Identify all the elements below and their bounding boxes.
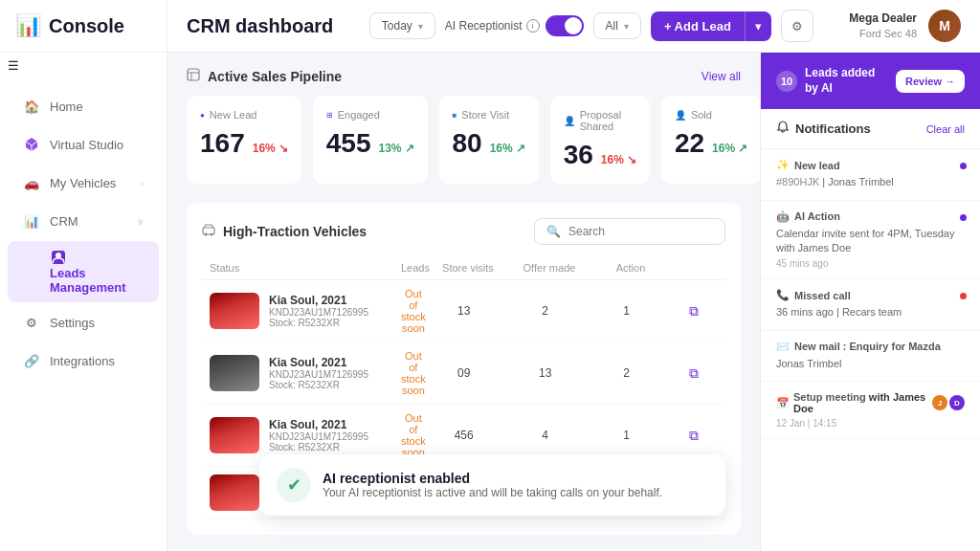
sidebar-item-label: Virtual Studio [50, 138, 123, 152]
svg-point-2 [56, 253, 61, 258]
engaged-dot-icon: ⊞ [326, 111, 333, 120]
vehicle-info: Kia Soul, 2021 KNDJ23AU1M7126995 Stock: … [210, 355, 401, 391]
svg-rect-3 [188, 69, 199, 80]
table-row: Kia Soul, 2021 KNDJ23AU1M7126995 Stock: … [202, 280, 725, 342]
action-cell[interactable]: ⧉ [665, 428, 723, 444]
action-cell[interactable]: ⧉ [665, 303, 723, 320]
vehicle-stock: Stock: R5232XR [269, 442, 368, 452]
avatar-initials: M [939, 18, 950, 33]
store-visits-count: 13 [502, 366, 589, 380]
external-link-icon[interactable]: ⧉ [689, 365, 699, 381]
calendar-icon: 📅 [776, 397, 790, 409]
chevron-down-icon: ∨ [137, 216, 144, 227]
ai-receptionist-label: AI Receptionist i [445, 19, 540, 33]
unread-dot [960, 214, 967, 221]
hamburger-button[interactable]: ☰ [0, 53, 167, 78]
sidebar-item-home[interactable]: 🏠 Home [8, 88, 159, 124]
sidebar-item-integrations[interactable]: 🔗 Integrations [8, 342, 159, 379]
arrow-down-icon: ↘ [627, 153, 636, 166]
vehicle-status: Out of stock soon [401, 412, 426, 458]
action-cell[interactable]: ⧉ [665, 365, 723, 382]
notification-type: ✨ New lead [776, 159, 965, 171]
search-icon: 🔍 [546, 225, 561, 238]
app-title: Console [49, 15, 124, 37]
offer-made-count: 2 [589, 366, 665, 380]
vehicle-status: Out of stock soon [401, 288, 426, 334]
meeting-avatars: J D [932, 395, 965, 410]
notification-item-setup-meeting: 📅 Setup meeting with James Doe J D 12 Ja… [761, 382, 980, 439]
store-visit-dot-icon: ■ [453, 111, 457, 120]
toast-content: AI receptionist enabled Your AI receptio… [323, 471, 662, 499]
sold-dot-icon: 👤 [675, 110, 686, 121]
table-row: Kia Soul, 2021 KNDJ23AU1M7126995 Stock: … [202, 342, 725, 405]
notification-item-new-mail: ✉️ New mail : Enquiry for Mazda Jonas Tr… [761, 331, 980, 382]
settings-button[interactable]: ⚙ [781, 10, 813, 42]
chevron-down-icon: ▾ [755, 19, 762, 33]
sidebar-item-label: Leads Management [50, 266, 125, 295]
pipeline-icon [187, 68, 200, 84]
vehicle-details: Kia Soul, 2021 KNDJ23AU1M7126995 Stock: … [269, 356, 368, 390]
crm-icon: 📊 [23, 212, 40, 230]
dealer-name: Mega Dealer [849, 11, 917, 27]
hamburger-icon: ☰ [8, 58, 19, 73]
add-lead-label: + Add Lead [664, 19, 731, 33]
last-row-container: Kia Soul, 2021 KNDJ23AU1M71... Stock: R5… [202, 467, 725, 519]
vehicles-section: High-Traction Vehicles 🔍 Status Leads St… [187, 203, 741, 535]
offer-made-count: 1 [589, 304, 665, 318]
pipeline-cards: ● New Lead 167 16% ↘ ⊞ [187, 96, 741, 184]
vehicle-thumbnail [210, 355, 259, 391]
vehicle-stock: Stock: R5232XR [269, 318, 368, 328]
svg-rect-6 [203, 228, 214, 234]
add-lead-button[interactable]: + Add Lead [651, 11, 745, 41]
out-of-stock-badge: Out of stock soon [401, 288, 426, 334]
clear-all-button[interactable]: Clear all [926, 123, 965, 135]
notification-item-missed-call: 📞 Missed call 36 mins ago | Recars team [761, 279, 980, 330]
new-lead-label: ● New Lead [200, 109, 288, 121]
notifications-list: ✨ New lead #890HJK | Jonas Trimbel 🤖 AI … [761, 149, 980, 551]
user-avatar[interactable]: M [928, 10, 961, 42]
notification-text: Jonas Trimbel [776, 357, 965, 371]
search-input[interactable] [568, 225, 713, 238]
external-link-icon[interactable]: ⧉ [689, 303, 699, 319]
ai-toggle[interactable] [546, 15, 584, 36]
phone-icon: 📞 [776, 289, 790, 301]
review-button[interactable]: Review → [896, 70, 965, 93]
table-header: Status Leads Store visits Offer made Act… [202, 256, 725, 280]
leads-icon [50, 249, 67, 266]
vehicle-info: Kia Soul, 2021 KNDJ23AU1M7126995 Stock: … [210, 293, 401, 329]
sidebar-item-virtual-studio[interactable]: Virtual Studio [8, 126, 159, 163]
pipeline-title-text: Active Sales Pipeline [208, 69, 342, 84]
header-right: Mega Dealer Ford Sec 48 M [849, 10, 961, 42]
pipeline-card-engaged: ⊞ Engaged 455 13% ↗ [313, 96, 428, 184]
leads-count-badge: 10 [776, 71, 797, 92]
pipeline-card-store-visit: ■ Store Visit 80 16% ↗ [439, 96, 539, 184]
today-filter-button[interactable]: Today ▾ [369, 12, 435, 39]
all-filter-button[interactable]: All ▾ [593, 12, 641, 39]
notification-text: 36 mins ago | Recars team [776, 305, 965, 320]
add-lead-group: + Add Lead ▾ [651, 11, 771, 41]
vehicle-info: Kia Soul, 2021 KNDJ23AU1M7126995 Stock: … [210, 417, 401, 453]
info-icon: i [526, 19, 540, 33]
notification-item-new-lead: ✨ New lead #890HJK | Jonas Trimbel [761, 149, 980, 200]
out-of-stock-badge: Out of stock soon [401, 350, 426, 396]
search-box: 🔍 [534, 218, 725, 245]
vehicle-vin: KNDJ23AU1M7126995 [269, 307, 368, 318]
sidebar-item-my-vehicles[interactable]: 🚗 My Vehicles › [8, 165, 159, 201]
sidebar-item-crm[interactable]: 📊 CRM ∨ [8, 203, 159, 239]
store-visits-count: 4 [502, 429, 589, 442]
home-icon: 🏠 [23, 98, 40, 115]
mail-icon: ✉️ [776, 341, 790, 353]
vehicle-vin: KNDJ23AU1M7126995 [269, 369, 368, 380]
arrow-down-icon: ↘ [278, 142, 288, 155]
sidebar-item-leads-management[interactable]: Leads Management [8, 241, 159, 302]
toast-body: Your AI receptionist is active and will … [323, 486, 662, 499]
sidebar-item-label: CRM [50, 214, 78, 229]
vehicle-thumbnail [210, 474, 259, 511]
col-offer-made: Offer made [506, 262, 592, 274]
ai-enabled-toast: ✔ AI receptionist enabled Your AI recept… [259, 454, 725, 516]
ai-icon: 🤖 [776, 210, 790, 223]
view-all-link[interactable]: View all [702, 70, 741, 83]
external-link-icon[interactable]: ⧉ [689, 428, 699, 443]
sidebar-item-settings[interactable]: ⚙ Settings [8, 304, 159, 341]
add-lead-dropdown-button[interactable]: ▾ [745, 11, 771, 41]
